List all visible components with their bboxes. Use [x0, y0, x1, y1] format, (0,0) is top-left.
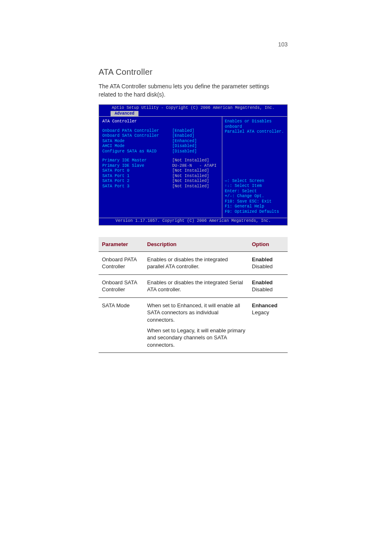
cell-parameter: Onboard PATA Controller — [99, 251, 144, 274]
bios-row-value: DU-28E-N - ATAPI — [172, 164, 219, 169]
bios-row-label: Onboard SATA Controller — [102, 134, 172, 139]
cell-description: Enables or disables the integrated paral… — [144, 251, 249, 274]
bios-row-label: Configure SATA as RAID — [102, 149, 172, 154]
document-page: 103 ATA Controller The ATA Controller su… — [99, 41, 288, 353]
bios-row-label: AHCI Mode — [102, 144, 172, 149]
cell-parameter: SATA Mode — [99, 297, 144, 352]
bios-row-value: [Not Installed] — [172, 179, 219, 184]
bios-help-line: ↑↓: Select Item — [225, 184, 285, 189]
bios-row-value: [Not Installed] — [172, 168, 219, 174]
table-row: Onboard PATA Controller Enables or disab… — [99, 251, 288, 274]
option-alt: Disabled — [252, 286, 284, 293]
bios-screenshot: Aptio Setup Utility - Copyright (C) 2006… — [99, 104, 288, 226]
option-alt: Disabled — [252, 263, 284, 270]
bios-row-value: [Enabled] — [172, 134, 219, 139]
cell-description: Enables or disables the integrated Seria… — [144, 274, 249, 297]
bios-header: Aptio Setup Utility - Copyright (C) 2006… — [99, 105, 287, 111]
page-number: 103 — [99, 41, 288, 48]
col-header-description: Description — [144, 237, 249, 252]
bios-footer: Version 1.17.1057. Copyright (C) 2006 Am… — [99, 218, 287, 225]
bios-option-desc: Parallel ATA controller. — [225, 129, 285, 135]
cell-description-p1: When set to Enhanced, it will enable all… — [147, 302, 245, 324]
option-default: Enabled — [252, 256, 284, 263]
bios-help-line: F9: Optimized Defaults — [225, 210, 285, 215]
bios-row-value: [Not Installed] — [172, 184, 219, 189]
option-default: Enhanced — [252, 302, 284, 309]
bios-row-label: SATA Port 3 — [102, 184, 172, 189]
bios-row-value: [Not Installed] — [172, 174, 219, 179]
col-header-parameter: Parameter — [99, 237, 144, 252]
bios-row-value: [Enhanced] — [172, 139, 219, 144]
bios-help-line: F10: Save ESC: Exit — [225, 199, 285, 205]
intro-paragraph: The ATA Controller submenu lets you defi… — [99, 83, 288, 99]
bios-option-desc: Enables or Disables onboard — [225, 119, 285, 129]
bios-help-block: ↔: Select Screen ↑↓: Select Item Enter: … — [225, 179, 285, 215]
cell-option: Enabled Disabled — [249, 274, 288, 297]
bios-tab-row: Advanced — [99, 111, 287, 117]
bios-left-panel: ATA Controller Onboard PATA Controller[E… — [99, 117, 222, 218]
bios-row-value: [Disabled] — [172, 149, 219, 154]
bios-row-label: Primary IDE Master — [102, 158, 172, 164]
bios-help-line: +/-: Change Opt. — [225, 194, 285, 199]
bios-submenu-title: ATA Controller — [102, 119, 219, 124]
options-table: Parameter Description Option Onboard PAT… — [99, 237, 288, 353]
bios-row-label: SATA Mode — [102, 139, 172, 144]
bios-help-line: ↔: Select Screen — [225, 179, 285, 184]
bios-row-label: SATA Port 0 — [102, 168, 172, 174]
bios-right-panel: Enables or Disables onboard Parallel ATA… — [222, 117, 287, 218]
bios-help-line: Enter: Select — [225, 189, 285, 194]
bios-help-line: F1: General Help — [225, 204, 285, 210]
cell-description: When set to Enhanced, it will enable all… — [144, 297, 249, 352]
col-header-option: Option — [249, 237, 288, 252]
cell-option: Enabled Disabled — [249, 251, 288, 274]
bios-row-label: SATA Port 1 — [102, 174, 172, 179]
cell-parameter: Onboard SATA Controller — [99, 274, 144, 297]
bios-row-value: [Disabled] — [172, 144, 219, 149]
table-row: SATA Mode When set to Enhanced, it will … — [99, 297, 288, 352]
cell-description-p2: When set to Legacy, it will enable prima… — [147, 327, 245, 349]
section-title: ATA Controller — [99, 67, 288, 77]
bios-tab-advanced: Advanced — [111, 111, 138, 117]
table-row: Onboard SATA Controller Enables or disab… — [99, 274, 288, 297]
bios-row-label: Onboard PATA Controller — [102, 129, 172, 134]
option-alt: Legacy — [252, 309, 284, 316]
bios-body: ATA Controller Onboard PATA Controller[E… — [99, 116, 287, 218]
bios-row-label: SATA Port 2 — [102, 179, 172, 184]
cell-option: Enhanced Legacy — [249, 297, 288, 352]
bios-row-value: [Not Installed] — [172, 158, 219, 164]
bios-header-text: Aptio Setup Utility - Copyright (C) 2006… — [112, 106, 274, 110]
option-default: Enabled — [252, 279, 284, 286]
bios-row-value: [Enabled] — [172, 129, 219, 134]
bios-row-label: Primary IDE Slave — [102, 164, 172, 169]
